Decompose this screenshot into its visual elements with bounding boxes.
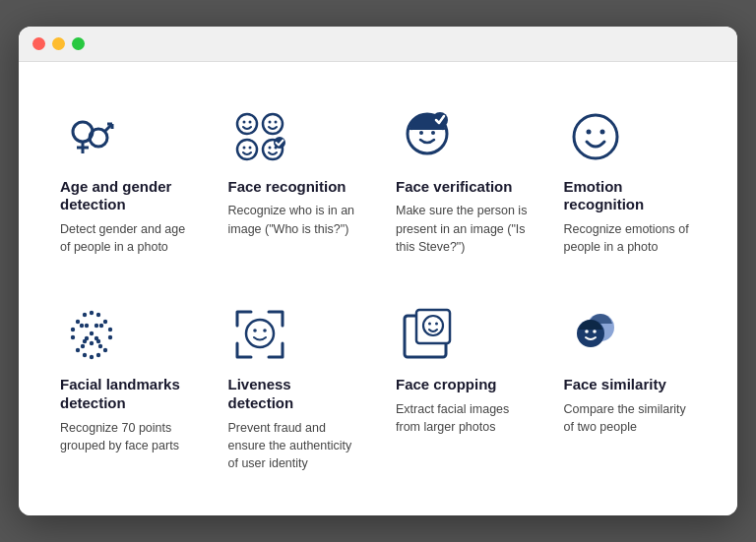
card-face-similarity: Face similarity Compare the similarity o… [546,287,715,488]
svg-point-37 [94,324,98,328]
face-verification-title: Face verification [396,178,512,197]
maximize-button[interactable] [72,37,85,50]
svg-point-34 [80,324,84,328]
svg-point-25 [586,129,591,134]
svg-point-47 [98,344,102,348]
svg-point-15 [248,146,251,149]
svg-point-27 [90,311,94,315]
age-gender-desc: Detect gender and age of people in a pho… [60,220,193,256]
age-gender-title: Age and gender detection [60,178,193,215]
face-similarity-desc: Compare the similarity of two people [564,400,697,436]
svg-point-45 [96,339,100,343]
svg-point-38 [71,335,75,339]
svg-point-54 [253,330,257,333]
emotion-recognition-title: Emotion recognition [564,178,697,215]
svg-point-22 [431,131,435,135]
minimize-button[interactable] [52,37,65,50]
face-similarity-title: Face similarity [564,376,666,394]
svg-point-39 [108,335,112,339]
svg-point-53 [246,320,274,347]
svg-point-43 [90,341,94,345]
card-face-cropping: Face cropping Extract facial images from… [378,287,546,488]
main-content: Age and gender detection Detect gender a… [19,62,737,516]
svg-point-49 [103,348,107,352]
svg-point-28 [83,313,87,317]
svg-point-35 [99,324,103,328]
svg-point-60 [435,323,438,326]
svg-point-7 [237,114,257,134]
face-cropping-icon [396,303,459,366]
face-recognition-title: Face recognition [228,178,346,197]
svg-point-12 [274,120,277,123]
svg-point-50 [83,353,87,357]
svg-point-21 [419,131,423,135]
svg-point-17 [268,146,271,149]
svg-point-14 [242,146,245,149]
emotion-recognition-desc: Recognize emotions of people in a photo [564,220,697,256]
liveness-title: Liveness detection [228,376,361,413]
face-recognition-icon [228,105,291,168]
svg-point-29 [96,313,100,317]
age-gender-icon [60,105,123,168]
face-cropping-desc: Extract facial images from larger photos [396,400,529,436]
card-age-gender: Age and gender detection Detect gender a… [42,90,211,272]
svg-point-33 [108,328,112,331]
svg-point-9 [248,120,251,123]
svg-point-11 [268,120,271,123]
card-liveness-detection: Liveness detection Prevent fraud and ens… [211,287,379,488]
facial-landmarks-icon [60,303,123,366]
titlebar [19,27,737,62]
face-recognition-desc: Recognize who is in an image ("Who is th… [228,202,361,237]
svg-point-40 [90,331,94,335]
svg-point-46 [81,344,85,348]
svg-point-10 [263,114,283,134]
svg-point-36 [85,324,89,328]
svg-point-32 [71,328,75,331]
card-emotion-recognition: Emotion recognition Recognize emotions o… [546,90,715,272]
row-spacer [42,271,714,287]
liveness-desc: Prevent fraud and ensure the authenticit… [228,419,361,472]
svg-point-48 [76,348,80,352]
svg-point-24 [574,115,617,158]
svg-point-26 [599,129,604,134]
svg-point-30 [76,320,80,324]
feature-grid: Age and gender detection Detect gender a… [42,90,714,489]
facial-landmarks-title: Facial landmarks detection [60,376,193,413]
face-verification-icon [396,105,459,168]
card-face-verification: Face verification Make sure the person i… [378,90,546,272]
svg-point-59 [428,323,431,326]
app-window: Age and gender detection Detect gender a… [19,27,737,516]
face-similarity-icon [564,303,627,366]
svg-point-63 [585,331,589,334]
liveness-icon [228,303,291,366]
svg-point-13 [237,140,257,159]
facial-landmarks-desc: Recognize 70 points grouped by face part… [60,419,193,454]
emotion-recognition-icon [564,105,627,168]
svg-point-55 [263,330,267,333]
svg-point-52 [90,355,94,359]
svg-point-64 [593,331,597,334]
card-face-recognition: Face recognition Recognize who is in an … [211,90,379,272]
close-button[interactable] [32,37,45,50]
face-verification-desc: Make sure the person is present in an im… [396,202,529,255]
traffic-lights [32,37,85,50]
face-cropping-title: Face cropping [396,376,497,394]
svg-point-31 [103,320,107,324]
svg-point-8 [242,120,245,123]
card-facial-landmarks: Facial landmarks detection Recognize 70 … [42,287,211,488]
svg-point-44 [83,339,87,343]
svg-point-51 [96,353,100,357]
